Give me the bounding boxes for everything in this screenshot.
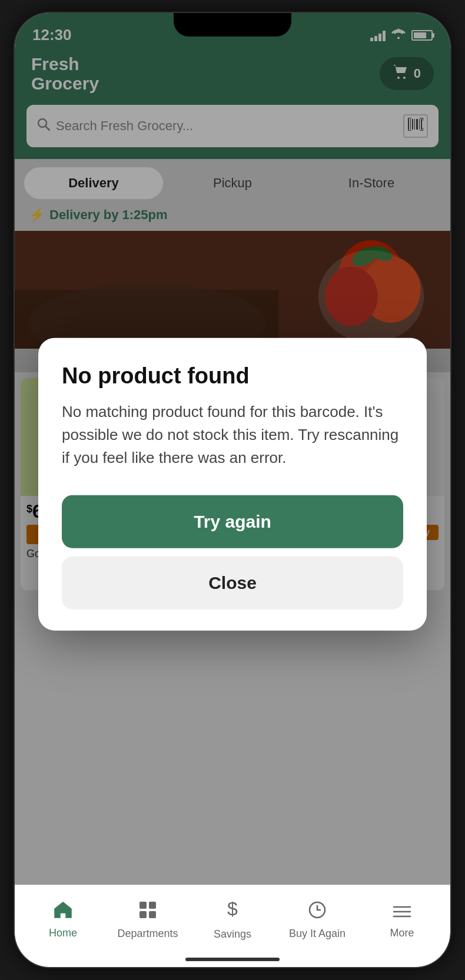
buy-it-again-icon: [308, 900, 327, 924]
nav-label-more: More: [390, 927, 414, 939]
nav-item-buy-it-again[interactable]: Buy It Again: [275, 900, 360, 940]
close-button[interactable]: Close: [62, 556, 403, 609]
svg-rect-39: [140, 902, 147, 909]
home-indicator: [185, 958, 280, 961]
nav-item-departments[interactable]: Departments: [105, 900, 190, 940]
modal-body-text: No matching product found for this barco…: [62, 400, 403, 469]
nav-label-savings: Savings: [214, 928, 251, 941]
svg-text:$: $: [227, 900, 238, 919]
notch: [174, 13, 291, 37]
svg-rect-42: [149, 911, 156, 918]
nav-item-more[interactable]: More: [360, 902, 444, 939]
home-icon: [54, 901, 72, 923]
savings-icon: $: [224, 900, 241, 925]
bottom-nav: Home Departments $: [15, 885, 450, 967]
nav-item-savings[interactable]: $ Savings: [190, 900, 275, 941]
departments-icon: [138, 900, 157, 924]
modal-title: No product found: [62, 364, 403, 389]
try-again-button[interactable]: Try again: [62, 495, 403, 548]
nav-label-buy-it-again: Buy It Again: [289, 928, 346, 940]
nav-label-departments: Departments: [117, 928, 178, 940]
more-icon: [393, 902, 411, 923]
nav-label-home: Home: [49, 927, 77, 939]
phone-screen: 12:30: [15, 13, 450, 967]
nav-item-home[interactable]: Home: [21, 901, 105, 939]
svg-rect-41: [140, 911, 147, 918]
phone-frame: 12:30: [15, 13, 450, 967]
modal-dialog: No product found No matching product fou…: [38, 338, 427, 631]
svg-rect-40: [149, 902, 156, 909]
